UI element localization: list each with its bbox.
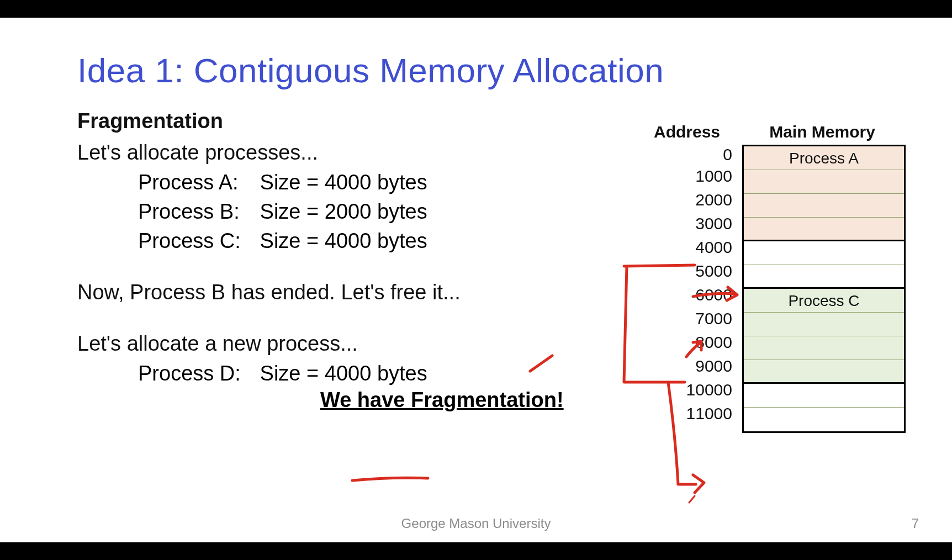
process-b-size: Size = 2000 bytes: [260, 200, 427, 223]
memory-cell: [744, 170, 904, 194]
memory-cell: [744, 241, 904, 265]
footer-university: George Mason University: [0, 516, 952, 531]
annotation-underline-icon: [352, 478, 428, 480]
memory-cell: [744, 265, 904, 289]
address-label: 4000: [632, 235, 742, 259]
memory-cell: [744, 336, 904, 360]
memory-cell: [744, 218, 904, 241]
pen-cursor-icon: [689, 496, 695, 503]
address-label: 6000: [632, 283, 742, 307]
memory-cell: [744, 408, 904, 431]
address-label: 11000: [632, 401, 742, 425]
process-d-name: Process D:: [138, 359, 254, 388]
page-number: 7: [912, 516, 919, 531]
header-address: Address: [632, 123, 742, 141]
memory-cell: [744, 360, 904, 384]
memory-cell: [744, 194, 904, 218]
address-label: 8000: [632, 330, 742, 354]
address-label: 9000: [632, 354, 742, 378]
memory-headers: Address Main Memory: [632, 123, 919, 141]
memory-cell: Process C: [744, 289, 904, 313]
address-label: 1000: [632, 164, 742, 188]
memory-cell: [744, 313, 904, 336]
address-label: 7000: [632, 307, 742, 330]
slide: Idea 1: Contiguous Memory Allocation Fra…: [0, 18, 952, 542]
process-d-size: Size = 4000 bytes: [260, 362, 427, 385]
memory-cell: Process A: [744, 146, 904, 170]
header-main-memory: Main Memory: [742, 123, 902, 141]
address-label: 2000: [632, 188, 742, 212]
process-a-size: Size = 4000 bytes: [260, 171, 427, 194]
address-label: 5000: [632, 259, 742, 283]
process-a-name: Process A:: [138, 168, 254, 197]
memory-diagram: Address Main Memory 01000200030004000500…: [632, 123, 919, 433]
process-b-name: Process B:: [138, 197, 254, 226]
process-c-size: Size = 4000 bytes: [260, 229, 427, 252]
memory-column: Process AProcess C: [742, 145, 906, 433]
address-column: 0100020003000400050006000700080009000100…: [632, 145, 742, 433]
address-label: 3000: [632, 212, 742, 235]
process-c-name: Process C:: [138, 226, 254, 256]
address-label: 0: [632, 145, 742, 164]
address-label: 10000: [632, 378, 742, 401]
memory-cell: [744, 384, 904, 408]
slide-title: Idea 1: Contiguous Memory Allocation: [77, 51, 872, 90]
